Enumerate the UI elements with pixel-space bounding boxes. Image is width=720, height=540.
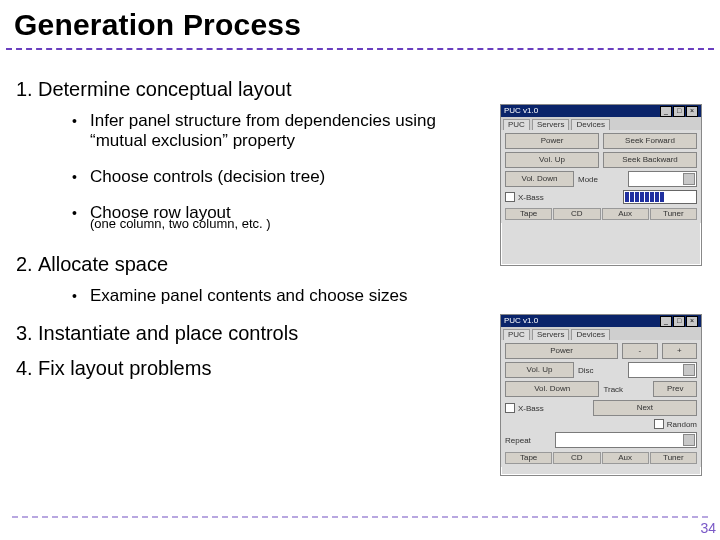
tab: PUC [503,329,530,340]
repeat-label: Repeat [505,436,551,445]
power-button: Power [505,343,618,359]
tab: Aux [602,452,649,464]
plus-button: + [662,343,697,359]
xbass-check: X-Bass [505,192,544,202]
page-number: 34 [700,520,716,536]
window-title: PUC v1.0 [504,105,538,117]
panel-body: Power-+ Vol. UpDisc Vol. DownTrackPrev X… [501,340,701,467]
divider-top [6,48,714,50]
vol-down-button: Vol. Down [505,171,574,187]
seek-fwd-button: Seek Forward [603,133,697,149]
slide-title: Generation Process [14,8,720,42]
tab: CD [553,452,600,464]
bullet: Infer panel structure from dependencies … [72,111,484,151]
next-button: Next [593,400,697,416]
item-1: 1.Determine conceptual layout [16,78,484,101]
repeat-dropdown [555,432,697,448]
disc-dropdown [628,362,697,378]
random-check: Random [654,419,697,429]
disc-label: Disc [578,366,624,375]
tab: Aux [602,208,649,220]
bullet-note: (one column, two column, etc. ) [90,216,484,231]
titlebar: PUC v1.0 _□× [501,315,701,327]
slide-body: 1.Determine conceptual layout Infer pane… [16,78,484,386]
titlebar: PUC v1.0 _□× [501,105,701,117]
bottom-tabs: Tape CD Aux Tuner [505,208,697,220]
bullet: Choose controls (decision tree) [72,167,484,187]
tab: Tape [505,208,552,220]
tab: Servers [532,119,570,130]
track-label: Track [603,385,649,394]
item-1-sublist: Infer panel structure from dependencies … [72,111,484,223]
tab: CD [553,208,600,220]
bottom-tabs: Tape CD Aux Tuner [505,452,697,464]
power-button: Power [505,133,599,149]
item-2-sublist: Examine panel contents and choose sizes [72,286,484,306]
item-2: 2.Allocate space [16,253,484,276]
vol-down-button: Vol. Down [505,381,599,397]
progress-bar [623,190,697,204]
minimize-icon: _ [660,106,672,117]
xbass-check: X-Bass [505,403,544,413]
maximize-icon: □ [673,106,685,117]
vol-up-button: Vol. Up [505,362,574,378]
tab: Tape [505,452,552,464]
tab: PUC [503,119,530,130]
minimize-icon: _ [660,316,672,327]
tab: Tuner [650,208,697,220]
prev-button: Prev [653,381,697,397]
tab: Tuner [650,452,697,464]
app-screenshot-1: PUC v1.0 _□× PUC Servers Devices PowerSe… [500,104,702,266]
window-buttons: _□× [660,106,698,117]
close-icon: × [686,106,698,117]
panel-body: PowerSeek Forward Vol. UpSeek Backward V… [501,130,701,223]
app-screenshot-2: PUC v1.0 _□× PUC Servers Devices Power-+… [500,314,702,476]
window-buttons: _□× [660,316,698,327]
tabbar: PUC Servers Devices [501,327,701,340]
bullet: Examine panel contents and choose sizes [72,286,484,306]
seek-back-button: Seek Backward [603,152,697,168]
tab: Servers [532,329,570,340]
tab: Devices [571,119,609,130]
tab: Devices [571,329,609,340]
mode-dropdown [628,171,697,187]
vol-up-button: Vol. Up [505,152,599,168]
maximize-icon: □ [673,316,685,327]
close-icon: × [686,316,698,327]
item-3: 3.Instantiate and place controls [16,322,484,345]
divider-bottom [12,516,708,518]
item-4: 4.Fix layout problems [16,357,484,380]
tabbar: PUC Servers Devices [501,117,701,130]
mode-label: Mode [578,175,624,184]
minus-button: - [622,343,657,359]
window-title: PUC v1.0 [504,315,538,327]
